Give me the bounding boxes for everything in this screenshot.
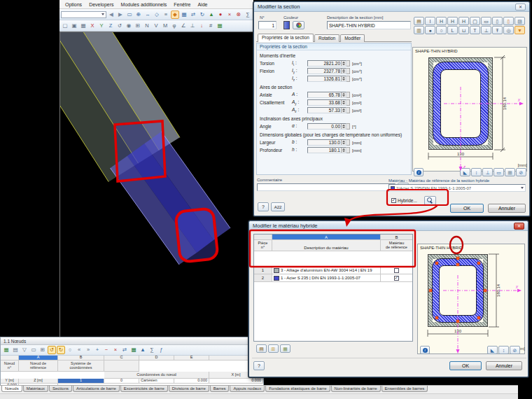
flexion-z-field[interactable]: 1326.81 bbox=[307, 76, 346, 82]
detail-button[interactable] bbox=[346, 60, 350, 66]
dialog-tab[interactable]: Modifier bbox=[340, 34, 365, 42]
moment-icon[interactable]: M bbox=[161, 22, 169, 30]
table-tab[interactable]: Divisions de barre bbox=[169, 386, 209, 392]
print-icon[interactable]: ▭ bbox=[29, 346, 38, 354]
section-angle-button[interactable]: L bbox=[447, 26, 458, 34]
section-library-button[interactable]: ▤ bbox=[414, 17, 424, 25]
help-button[interactable]: ? bbox=[258, 202, 269, 211]
reset-view-icon[interactable]: ↺ bbox=[115, 22, 124, 30]
load-icon[interactable]: ↓ bbox=[197, 22, 206, 30]
detail-button[interactable] bbox=[346, 107, 350, 113]
support-icon[interactable]: ⊥ bbox=[188, 22, 197, 30]
zoom-in-icon[interactable]: ⊕ bbox=[134, 10, 143, 19]
reference-material-dropdown[interactable]: 1|Acier S 235|DIN EN 1993-1-1:2005-07 bbox=[388, 184, 526, 192]
detail-button[interactable] bbox=[346, 123, 350, 130]
torsion-field[interactable]: 2821.20 bbox=[307, 60, 346, 66]
isometric-view-icon[interactable]: ◇ bbox=[153, 10, 161, 19]
view-combo[interactable] bbox=[61, 11, 106, 18]
section-description-input[interactable]: SHAPE-THIN HYBRID bbox=[327, 21, 411, 29]
row-node-number[interactable]: 1 bbox=[58, 379, 104, 384]
shear-z-field[interactable]: 57.33 bbox=[307, 107, 346, 113]
area-field[interactable]: 65.78 bbox=[307, 92, 346, 98]
section-user-button[interactable]: ▨ bbox=[514, 17, 525, 25]
generate-icon[interactable]: ∑ bbox=[244, 10, 252, 19]
spinner[interactable] bbox=[341, 100, 346, 105]
column-letter-b[interactable]: B bbox=[381, 234, 412, 240]
organize-materials-button[interactable]: ▦ bbox=[280, 344, 290, 353]
menu-item[interactable]: Modules additionnels bbox=[121, 2, 167, 7]
show-numbering-icon[interactable]: ≡ bbox=[162, 10, 170, 19]
remove-row-icon[interactable]: − bbox=[102, 346, 111, 354]
fx-icon[interactable]: ƒ bbox=[157, 346, 165, 354]
menu-item[interactable]: Fenêtre bbox=[174, 2, 190, 7]
table-tab[interactable]: Barres bbox=[210, 386, 230, 392]
section-hem-button[interactable]: H bbox=[458, 17, 469, 25]
column-letter-c[interactable]: C bbox=[104, 356, 139, 360]
axis-x-icon[interactable]: X bbox=[88, 22, 97, 30]
dialog-tab[interactable]: Rotation bbox=[314, 34, 340, 42]
redo-icon[interactable]: ↻ bbox=[57, 346, 65, 354]
shear-y-field[interactable]: 33.68 bbox=[307, 99, 346, 106]
section-hea-button[interactable]: H bbox=[436, 17, 447, 25]
units-button[interactable]: A22 bbox=[271, 202, 285, 211]
section-qro-button[interactable]: ▢ bbox=[470, 17, 480, 25]
detail-button[interactable] bbox=[346, 147, 350, 153]
numbering-icon[interactable]: # bbox=[206, 22, 215, 30]
section-tee-slim-button[interactable]: ⊥ bbox=[481, 26, 491, 34]
menu-item[interactable]: Aide bbox=[197, 2, 207, 7]
viewport-3d[interactable] bbox=[59, 31, 253, 337]
close-icon[interactable]: ✕ bbox=[514, 223, 524, 230]
table-tab[interactable]: Articulations de barre bbox=[73, 386, 120, 392]
axis-z-icon[interactable]: Z bbox=[106, 22, 115, 30]
delete-icon[interactable]: × bbox=[225, 10, 234, 19]
cell-reference-node[interactable]: 0 bbox=[104, 379, 139, 384]
spinner[interactable] bbox=[341, 140, 346, 145]
depth-field[interactable]: 180.1 bbox=[307, 147, 346, 153]
spinner[interactable] bbox=[341, 108, 346, 113]
node-icon[interactable]: ● bbox=[216, 10, 225, 19]
spinner[interactable] bbox=[341, 124, 346, 129]
grid-icon[interactable]: ⊞ bbox=[134, 22, 142, 30]
section-tl-button[interactable]: Ŧ bbox=[492, 26, 503, 34]
delete-all-icon[interactable]: × bbox=[111, 346, 120, 354]
solid-view-icon[interactable]: ▦ bbox=[79, 22, 88, 30]
local-axes-icon[interactable]: ∠ bbox=[179, 22, 188, 30]
material-description-cell[interactable]: 1 - Acier S 235 | DIN EN 1993-1-1:2005-0… bbox=[272, 274, 381, 282]
ok-button[interactable]: OK bbox=[449, 361, 482, 370]
dialog-tab[interactable]: Propriétés de la section bbox=[258, 34, 314, 42]
angle-field[interactable]: 0.00 bbox=[307, 123, 346, 130]
table-icon[interactable]: ▦ bbox=[216, 22, 224, 30]
section-heb-button[interactable]: H bbox=[447, 17, 458, 25]
spinner[interactable] bbox=[341, 61, 346, 66]
move-copy-icon[interactable]: ⇄ bbox=[189, 10, 197, 19]
settings-icon[interactable]: ◉ bbox=[125, 22, 133, 30]
column-letter-d[interactable]: D bbox=[139, 356, 174, 360]
connect-members-icon[interactable]: ⊗ bbox=[234, 10, 243, 19]
section-preview[interactable]: SHAPE-THIN HYBRID 180.14 130 y bbox=[417, 244, 525, 354]
ok-button[interactable]: OK bbox=[450, 204, 484, 213]
table-tab[interactable]: Sections bbox=[49, 386, 72, 392]
reference-checkbox-cell[interactable]: ✓ bbox=[381, 274, 412, 282]
last-row-icon[interactable]: » bbox=[84, 346, 92, 354]
column-letter-a[interactable]: A bbox=[19, 356, 58, 360]
column-letter-e[interactable]: E bbox=[174, 356, 209, 360]
flexion-y-field[interactable]: 2327.78 bbox=[307, 68, 346, 74]
first-row-icon[interactable]: « bbox=[75, 346, 83, 354]
sum-icon[interactable]: ∑ bbox=[148, 346, 156, 354]
section-favorites-button[interactable]: ▥ bbox=[414, 26, 424, 34]
table-settings-icon[interactable]: ▤ bbox=[11, 346, 20, 354]
comment-combo[interactable] bbox=[257, 183, 396, 191]
axial-force-icon[interactable]: N bbox=[143, 22, 151, 30]
row-number[interactable]: 1 bbox=[254, 267, 272, 274]
table-tab[interactable]: Non-linéarités de barre bbox=[331, 386, 381, 392]
insert-row-icon[interactable]: + bbox=[93, 346, 102, 354]
section-tee-button[interactable]: T bbox=[470, 26, 480, 34]
cancel-button[interactable]: Annuler bbox=[488, 204, 526, 213]
hybrid-checkbox[interactable]: ✓ bbox=[391, 198, 396, 203]
refresh-icon[interactable]: ○ bbox=[66, 346, 74, 354]
new-material-button[interactable]: ⊞ bbox=[268, 344, 279, 353]
axis-y-icon[interactable]: Y bbox=[97, 22, 106, 30]
excel-export-icon[interactable]: ▦ bbox=[130, 346, 138, 354]
chart-icon[interactable]: ▲ bbox=[139, 346, 147, 354]
section-preview[interactable]: SHAPE-THIN HYBRID 180.14 130 y z bbox=[412, 47, 527, 172]
